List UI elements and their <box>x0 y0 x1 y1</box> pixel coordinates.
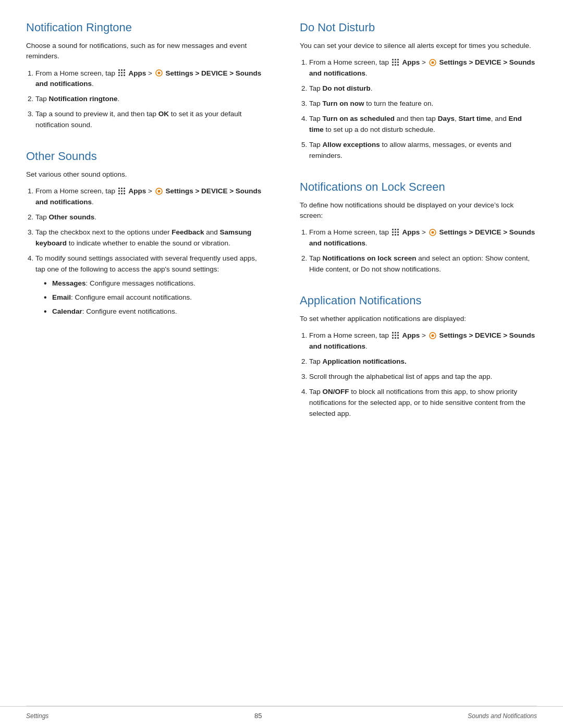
footer-left: Settings <box>26 712 48 720</box>
step-bold: Turn on now <box>323 100 364 107</box>
list-item: Tap Other sounds. <box>35 212 263 223</box>
notifications-lock-screen-section: Notifications on Lock Screen To define h… <box>300 180 537 275</box>
svg-rect-49 <box>397 335 399 336</box>
apps-icon <box>391 331 400 340</box>
list-item: Tap Notification ringtone. <box>35 94 263 105</box>
svg-rect-16 <box>124 190 125 192</box>
notifications-lock-screen-intro: To define how notifications should be di… <box>300 200 537 221</box>
settings-icon <box>155 187 163 195</box>
other-sounds-title: Other Sounds <box>26 150 263 163</box>
svg-rect-38 <box>397 231 399 233</box>
step-bold: ON/OFF <box>323 388 349 396</box>
step-bold: Other sounds <box>49 213 95 221</box>
list-item: Tap the checkbox next to the options und… <box>35 227 263 249</box>
apps-label: Apps <box>402 58 420 66</box>
list-item: Messages: Configure messages notificatio… <box>44 278 263 289</box>
svg-rect-44 <box>392 332 394 334</box>
notification-ringtone-intro: Choose a sound for notifications, such a… <box>26 41 263 62</box>
notifications-lock-screen-steps: From a Home screen, tap Apps > Settings … <box>300 227 537 275</box>
svg-point-32 <box>431 61 434 64</box>
svg-rect-3 <box>118 72 120 73</box>
svg-rect-24 <box>397 59 399 60</box>
apps-icon <box>118 69 126 77</box>
svg-rect-29 <box>395 64 396 66</box>
settings-icon <box>429 228 437 237</box>
step-bold: Turn on as scheduled <box>323 115 395 122</box>
step-bold: Notification ringtone <box>49 95 118 103</box>
list-item: Tap Do not disturb. <box>309 83 537 94</box>
svg-rect-7 <box>121 75 123 76</box>
svg-rect-26 <box>395 61 396 63</box>
svg-rect-25 <box>392 61 394 63</box>
svg-rect-6 <box>118 75 120 76</box>
settings-path-4: Settings > DEVICE > Sounds and notificat… <box>309 228 535 247</box>
step-bold: Samsung keyboard <box>35 228 251 247</box>
svg-rect-47 <box>392 335 394 336</box>
svg-rect-41 <box>397 234 399 236</box>
svg-rect-11 <box>118 188 120 189</box>
apps-icon <box>118 187 126 195</box>
settings-path-2: Settings > DEVICE > Sounds and notificat… <box>35 187 261 206</box>
list-item: Tap Notifications on lock screen and sel… <box>309 253 537 275</box>
list-item: From a Home screen, tap Apps > Settings … <box>35 68 263 90</box>
footer-right: Sounds and Notifications <box>468 712 537 720</box>
step-bold: Notifications on lock screen <box>323 254 417 262</box>
svg-rect-12 <box>121 188 123 189</box>
svg-rect-37 <box>395 231 396 233</box>
apps-icon <box>391 58 400 67</box>
svg-rect-48 <box>395 335 396 336</box>
list-item: From a Home screen, tap Apps > Settings … <box>309 227 537 249</box>
apps-icon <box>391 228 400 237</box>
svg-rect-35 <box>397 229 399 230</box>
do-not-disturb-intro: You can set your device to silence all a… <box>300 41 537 51</box>
list-item: Tap Application notifications. <box>309 356 537 367</box>
do-not-disturb-steps: From a Home screen, tap Apps > Settings … <box>300 57 537 161</box>
list-item: Tap a sound to preview it, and then tap … <box>35 109 263 131</box>
svg-rect-45 <box>395 332 396 334</box>
other-sounds-intro: Set various other sound options. <box>26 169 263 180</box>
svg-point-10 <box>157 71 160 74</box>
notification-ringtone-section: Notification Ringtone Choose a sound for… <box>26 21 263 131</box>
application-notifications-steps: From a Home screen, tap Apps > Settings … <box>300 330 537 419</box>
bullet-bold: Calendar <box>52 307 82 315</box>
notification-ringtone-title: Notification Ringtone <box>26 21 263 34</box>
application-notifications-intro: To set whether application notifications… <box>300 314 537 324</box>
settings-path-1: Settings > DEVICE > Sounds and notificat… <box>35 69 261 88</box>
list-item: Scroll through the alphabetical list of … <box>309 372 537 382</box>
footer: Settings 85 Sounds and Notifications <box>0 706 563 728</box>
svg-point-43 <box>431 231 434 233</box>
svg-rect-8 <box>124 75 125 76</box>
svg-rect-1 <box>121 69 123 71</box>
settings-path-5: Settings > DEVICE > Sounds and notificat… <box>309 331 535 350</box>
bullet-bold: Email <box>52 293 71 301</box>
do-not-disturb-section: Do Not Disturb You can set your device t… <box>300 21 537 162</box>
svg-rect-15 <box>121 190 123 192</box>
list-item: Tap Turn on now to turn the feature on. <box>309 98 537 109</box>
notification-ringtone-steps: From a Home screen, tap Apps > Settings … <box>26 68 263 131</box>
svg-rect-39 <box>392 234 394 236</box>
settings-icon <box>429 331 437 340</box>
svg-rect-2 <box>124 69 125 71</box>
list-item: Email: Configure email account notificat… <box>44 292 263 303</box>
apps-label: Apps <box>402 228 420 236</box>
step-bold: Allow exceptions <box>323 141 380 149</box>
apps-label: Apps <box>129 187 146 195</box>
list-item: Tap Allow exceptions to allow alarms, me… <box>309 140 537 162</box>
svg-rect-17 <box>118 193 120 194</box>
list-item: From a Home screen, tap Apps > Settings … <box>309 330 537 352</box>
svg-rect-23 <box>395 59 396 60</box>
other-sounds-steps: From a Home screen, tap Apps > Settings … <box>26 186 263 317</box>
svg-rect-52 <box>397 337 399 339</box>
step-bold: OK <box>158 110 169 118</box>
svg-rect-14 <box>118 190 120 192</box>
svg-rect-4 <box>121 72 123 73</box>
page: Notification Ringtone Choose a sound for… <box>0 0 563 728</box>
content-area: Notification Ringtone Choose a sound for… <box>0 0 563 706</box>
apps-label: Apps <box>402 331 420 339</box>
right-column: Do Not Disturb You can set your device t… <box>289 21 537 674</box>
svg-rect-19 <box>124 193 125 194</box>
svg-rect-22 <box>392 59 394 60</box>
svg-rect-50 <box>392 337 394 339</box>
list-item: From a Home screen, tap Apps > Settings … <box>309 57 537 79</box>
svg-rect-5 <box>124 72 125 73</box>
